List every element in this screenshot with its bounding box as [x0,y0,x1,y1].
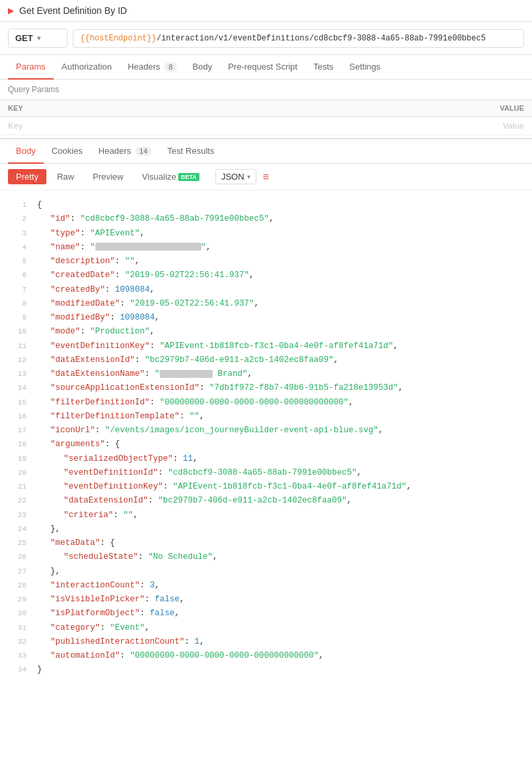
response-headers-badge: 14 [135,147,151,156]
line-content: "id": "cd8cbcf9-3088-4a65-88ab-7991e00bb… [37,212,527,226]
json-line: 23"criteria": "", [0,508,532,522]
line-content: }, [37,522,527,536]
json-key: "isPlatformObject" [50,609,140,618]
query-params-label: Query Params [0,80,532,99]
tab-pre-request-script[interactable]: Pre-request Script [220,55,305,80]
line-number: 30 [5,607,27,620]
json-viewer: 1{2"id": "cd8cbcf9-3088-4a65-88ab-7991e0… [0,190,532,686]
url-input[interactable]: {{hostEndpoint}}/interaction/v1/eventDef… [73,29,524,48]
json-line: 21"eventDefinitionKey": "APIEvent-1b818f… [0,480,532,494]
json-line: 29"isVisibleInPicker": false, [0,593,532,607]
tab-tests[interactable]: Tests [305,55,341,80]
json-bool-value: false [150,609,175,618]
json-key: "dataExtensionId" [50,355,135,365]
json-bracket: }, [50,524,60,534]
request-tabs: Params Authorization Headers 8 Body Pre-… [0,55,532,80]
expand-arrow-icon[interactable]: ▶ [8,6,14,15]
line-number: 7 [5,284,27,296]
json-string-open: " [155,369,160,379]
line-content: "isPlatformObject": false, [37,607,527,621]
json-key: "iconUrl" [50,426,95,435]
json-line: 13"dataExtensionName": " Brand", [0,367,532,381]
json-key: "mode" [50,327,80,336]
tab-headers-response[interactable]: Headers 14 [91,139,160,164]
json-line: 5"description": "", [0,255,532,269]
json-key: "description" [50,257,115,266]
json-line: 12"dataExtensionId": "bc2979b7-406d-e911… [0,353,532,367]
preview-button[interactable]: Preview [85,169,131,184]
key-column-header: KEY [0,100,232,117]
json-key: "modifiedDate" [50,299,120,308]
json-line: 18"arguments": { [0,438,532,451]
json-bracket: { [37,200,42,209]
json-string-close: " [201,243,207,252]
json-key: "publishedInteractionCount" [50,637,185,646]
tab-params[interactable]: Params [8,55,54,80]
line-number: 14 [5,382,27,394]
pretty-button[interactable]: Pretty [8,169,46,184]
json-line: 14"sourceApplicationExtensionId": "7db1f… [0,381,532,395]
line-content: "criteria": "", [37,508,527,522]
json-line: 32"publishedInteractionCount": 1, [0,635,532,649]
json-line: 34} [0,663,532,677]
redacted-value [160,370,213,378]
line-content: "scheduleState": "No Schedule", [37,550,527,564]
line-content: "dataExtensionId": "bc2979b7-406d-e911-a… [37,494,527,508]
line-content: "mode": "Production", [37,325,527,339]
line-content: "metaData": { [37,536,527,550]
value-cell[interactable]: Value [232,117,532,135]
json-key: "criteria" [64,510,113,520]
json-number-value: 3 [150,581,155,590]
line-content: "eventDefinitionKey": "APIEvent-1b818fcb… [37,339,527,353]
method-selector[interactable]: GET ▾ [8,29,68,48]
json-key: "isVisibleInPicker" [50,595,145,604]
headers-badge: 8 [164,62,176,72]
line-content: "createdDate": "2019-05-02T22:56:41.937"… [37,269,527,282]
line-number: 6 [5,269,27,282]
redacted-value [95,243,201,251]
tab-body-response[interactable]: Body [8,139,44,164]
line-number: 29 [5,593,27,606]
raw-button[interactable]: Raw [49,169,82,184]
format-dropdown-label: JSON [221,172,244,182]
line-number: 23 [5,509,27,522]
json-string-value: "" [125,257,135,266]
json-string-value: "00000000-0000-0000-0000-000000000000" [130,651,319,660]
tab-test-results[interactable]: Test Results [160,139,223,164]
tab-settings[interactable]: Settings [341,55,388,80]
json-key: "dataExtensionId" [64,496,148,505]
line-content: "automationId": "00000000-0000-0000-0000… [37,649,527,663]
json-string-open: " [90,243,95,252]
line-content: "modifiedBy": 1098084, [37,311,527,325]
json-number-value: 11 [183,454,193,463]
line-content: "filterDefinitionId": "00000000-0000-000… [37,396,527,410]
tab-cookies[interactable]: Cookies [44,139,91,164]
json-string-value: "cd8cbcf9-3088-4a65-88ab-7991e00bbec5" [80,214,269,223]
line-content: "eventDefinitionKey": "APIEvent-1b818fcb… [37,480,527,494]
json-key: "filterDefinitionId" [50,398,150,407]
line-content: "name": "", [37,241,527,255]
value-column-header: VALUE [232,100,532,117]
line-content: "description": "", [37,255,527,269]
line-content: "category": "Event", [37,621,527,635]
format-dropdown[interactable]: JSON ▾ [215,169,256,184]
line-number: 13 [5,368,27,381]
table-row: Key Value [0,117,532,135]
line-content: { [37,198,527,212]
line-content: "type": "APIEvent", [37,227,527,241]
line-content: "filterDefinitionTemplate": "", [37,410,527,424]
line-number: 9 [5,312,27,324]
visualize-button[interactable]: Visualize BETA [134,169,207,184]
key-cell[interactable]: Key [0,117,232,135]
json-line: 19"serializedObjectType": 11, [0,452,532,466]
line-content: "interactionCount": 3, [37,579,527,593]
chevron-down-icon: ▾ [247,173,250,180]
tab-body[interactable]: Body [185,55,221,80]
tab-authorization[interactable]: Authorization [54,55,120,80]
json-key: "automationId" [50,651,120,660]
json-string-value: "APIEvent-1b818fcb-f3c1-0ba4-4e0f-af8fef… [173,482,407,491]
wrap-icon[interactable]: ≡ [263,171,269,183]
tab-headers[interactable]: Headers 8 [120,55,185,80]
json-url-value: "/events/images/icon_journeyBuilder-even… [105,426,379,435]
json-key: "arguments" [50,440,105,449]
